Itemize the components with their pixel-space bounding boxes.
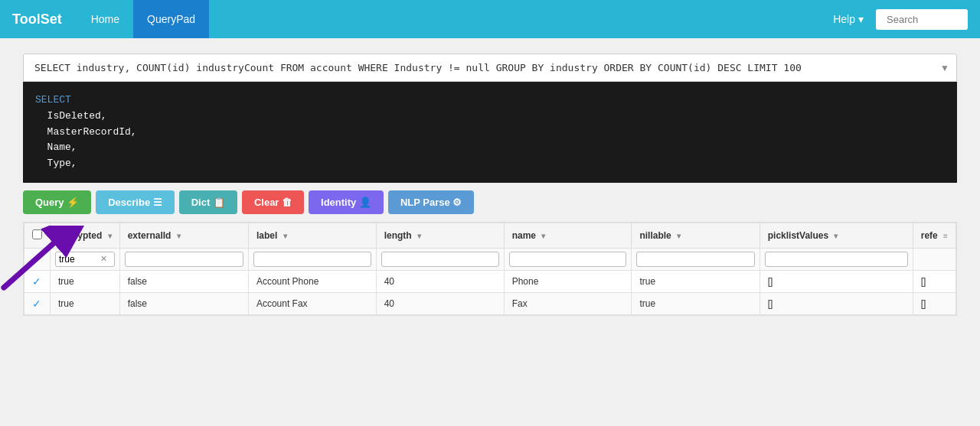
row-label: Account Phone	[248, 270, 376, 292]
filter-refe-cell	[913, 248, 956, 270]
col-encrypted[interactable]: encrypted ▾	[51, 223, 120, 248]
row-nillable: true	[632, 270, 760, 292]
filter-label-input[interactable]	[253, 252, 371, 267]
filter-checkbox-cell	[24, 248, 51, 270]
navbar: ToolSet Home QueryPad Help ▾	[0, 0, 980, 38]
help-menu[interactable]: Help ▾	[821, 13, 876, 25]
dropdown-arrow-icon[interactable]: ▼	[940, 63, 949, 73]
query-input-wrapper: ▼	[23, 54, 957, 82]
sort-icon-name: ▾	[541, 232, 545, 240]
col-length[interactable]: length ▾	[376, 223, 504, 248]
row-encrypted: true	[51, 270, 120, 292]
sort-icon-nillable: ▾	[677, 232, 681, 240]
query-text-input[interactable]	[23, 54, 957, 82]
sort-icon-externalid: ▾	[177, 232, 181, 240]
filter-encrypted-cell: ✕	[51, 248, 120, 270]
sort-icon-encrypted: ▾	[108, 232, 112, 240]
row-name: Phone	[504, 270, 632, 292]
row-label: Account Fax	[248, 292, 376, 314]
row-checkbox-cell: ✓	[24, 292, 51, 314]
main-content: ▼ SELECT IsDeleted, MasterRecordId, Name…	[0, 38, 980, 426]
col-name[interactable]: name ▾	[504, 223, 632, 248]
nlp-parse-button[interactable]: NLP Parse ⚙	[388, 190, 474, 214]
col-nillable[interactable]: nillable ▾	[632, 223, 760, 248]
brand-logo: ToolSet	[12, 11, 62, 28]
filter-nillable-cell	[632, 248, 760, 270]
query-button[interactable]: Query ⚡	[23, 190, 91, 214]
row-externalid: false	[119, 270, 248, 292]
filter-nillable-input[interactable]	[636, 252, 754, 267]
filter-length-cell	[376, 248, 504, 270]
search-input[interactable]	[876, 9, 968, 30]
row-externalid: false	[119, 292, 248, 314]
table-body: ✓ true false Account Phone 40 Phone true…	[24, 270, 956, 314]
table-row: ✓ true false Account Phone 40 Phone true…	[24, 270, 956, 292]
row-check-icon[interactable]: ✓	[32, 275, 41, 288]
col-checkbox[interactable]	[24, 223, 51, 248]
sort-icon-label: ▾	[283, 232, 287, 240]
clear-button[interactable]: Clear 🗑	[242, 190, 304, 214]
row-check-icon[interactable]: ✓	[32, 298, 41, 310]
sort-icon-picklistvalues: ▾	[834, 232, 838, 240]
filter-picklist-cell	[760, 248, 913, 270]
row-checkbox-cell: ✓	[24, 270, 51, 292]
row-length: 40	[376, 270, 504, 292]
row-refe: []	[913, 270, 956, 292]
row-encrypted: true	[51, 292, 120, 314]
filter-row: ✕	[24, 248, 956, 270]
results-table: encrypted ▾ externalId ▾ label ▾ length …	[24, 223, 956, 315]
button-bar: Query ⚡ Describe ☰ Dict 📋 Clear 🗑 Identi…	[23, 183, 957, 222]
sort-icon-length: ▾	[417, 232, 421, 240]
table-header-row: encrypted ▾ externalId ▾ label ▾ length …	[24, 223, 956, 248]
filter-externalid-input[interactable]	[125, 252, 243, 267]
dict-button[interactable]: Dict 📋	[179, 190, 237, 214]
filter-picklist-input[interactable]	[765, 252, 908, 267]
filter-name-cell	[504, 248, 632, 270]
filter-name-input[interactable]	[509, 252, 627, 267]
sql-editor[interactable]: SELECT IsDeleted, MasterRecordId, Name, …	[23, 82, 957, 183]
sort-icon-refe: ≡	[943, 232, 948, 240]
col-externalid[interactable]: externalId ▾	[119, 223, 248, 248]
table-row: ✓ true false Account Fax 40 Fax true [] …	[24, 292, 956, 314]
row-refe: []	[913, 292, 956, 314]
select-all-checkbox[interactable]	[32, 229, 42, 239]
col-refe[interactable]: refe ≡	[913, 223, 956, 248]
col-picklistvalues[interactable]: picklistValues ▾	[760, 223, 913, 248]
nav-home[interactable]: Home	[77, 0, 133, 38]
filter-label-cell	[248, 248, 376, 270]
describe-button[interactable]: Describe ☰	[96, 190, 175, 214]
filter-encrypted-input[interactable]	[59, 254, 97, 265]
row-name: Fax	[504, 292, 632, 314]
filter-length-input[interactable]	[381, 252, 499, 267]
col-label[interactable]: label ▾	[248, 223, 376, 248]
filter-encrypted-clear-icon[interactable]: ✕	[100, 254, 107, 264]
row-picklist: []	[760, 292, 913, 314]
chevron-down-icon: ▾	[858, 13, 864, 25]
nav-querypad[interactable]: QueryPad	[133, 0, 209, 38]
identity-button[interactable]: Identity 👤	[309, 190, 384, 214]
filter-externalid-cell	[119, 248, 248, 270]
results-table-wrapper: encrypted ▾ externalId ▾ label ▾ length …	[23, 222, 957, 316]
filter-encrypted-wrapper: ✕	[55, 252, 115, 267]
row-nillable: true	[632, 292, 760, 314]
row-picklist: []	[760, 270, 913, 292]
row-length: 40	[376, 292, 504, 314]
